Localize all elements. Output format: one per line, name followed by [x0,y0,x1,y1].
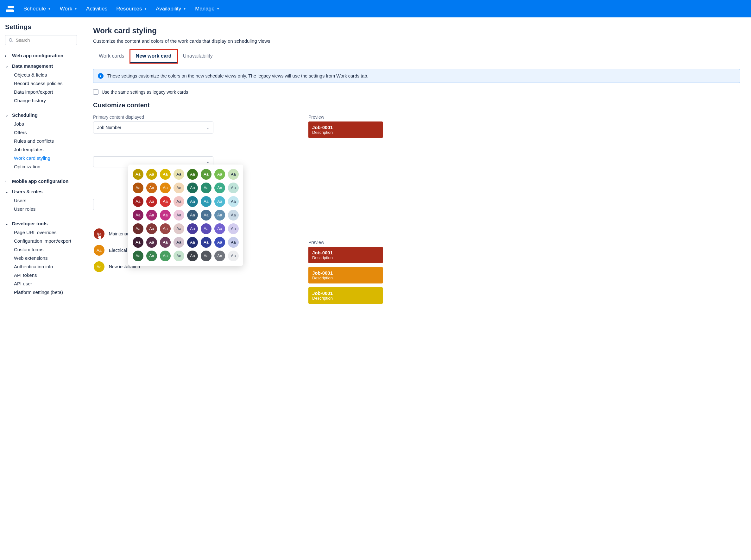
color-option[interactable]: Aa [173,210,184,221]
tab-unavailability[interactable]: Unavailability [177,50,218,63]
sidebar-item[interactable]: Authentication info [14,262,77,271]
color-option[interactable]: Aa [133,237,143,248]
select-primary-content[interactable]: Job Number ⌄ [93,121,213,134]
color-option[interactable]: Aa [228,183,239,193]
search-input[interactable] [5,35,77,45]
color-option[interactable]: Aa [173,223,184,234]
color-option[interactable]: Aa [214,169,225,180]
color-option[interactable]: Aa [173,237,184,248]
sidebar-item[interactable]: Objects & fields [14,71,77,79]
color-option[interactable]: Aa [133,196,143,207]
color-option[interactable]: Aa [187,223,198,234]
tab-work-cards[interactable]: Work cards [93,50,130,63]
color-option[interactable]: Aa [173,183,184,193]
color-option[interactable]: Aa [133,223,143,234]
color-option[interactable]: Aa [201,183,212,193]
sidebar-item[interactable]: User roles [14,205,77,213]
color-option[interactable]: Aa [146,183,157,193]
color-option[interactable]: Aa [133,251,143,261]
sidebar-item[interactable]: Jobs [14,120,77,128]
color-option[interactable]: Aa [228,169,239,180]
sidebar-item[interactable]: Offers [14,128,77,137]
color-option[interactable]: Aa [173,196,184,207]
color-option[interactable]: Aa [160,183,171,193]
color-option[interactable]: Aa [187,169,198,180]
color-option[interactable]: Aa [187,210,198,221]
color-option[interactable]: Aa [201,169,212,180]
color-option[interactable]: Aa [146,169,157,180]
sidebar-item[interactable]: API user [14,279,77,288]
color-option[interactable]: Aa [146,210,157,221]
color-option[interactable]: Aa [133,183,143,193]
sidebar-item[interactable]: Page URL overrides [14,228,77,237]
color-option[interactable]: Aa [214,210,225,221]
tab-new-work-card[interactable]: New work card [130,50,177,63]
nav-schedule[interactable]: Schedule▼ [23,6,51,12]
sidebar-item[interactable]: Custom forms [14,245,77,254]
sidebar-item[interactable]: Rules and conflicts [14,137,77,145]
color-option[interactable]: Aa [201,210,212,221]
sidebar-section[interactable]: ⌄Data management [5,61,77,71]
sidebar-item[interactable]: API tokens [14,271,77,279]
color-option[interactable]: Aa [187,196,198,207]
sidebar-item[interactable]: Optimization [14,162,77,171]
legacy-checkbox-row[interactable]: Use the same settings as legacy work car… [93,89,740,95]
sidebar-item[interactable]: Web extensions [14,254,77,262]
color-option[interactable]: Aa [201,251,212,261]
sidebar-section[interactable]: ⌄Scheduling [5,111,77,120]
color-option[interactable]: Aa [187,237,198,248]
search-field[interactable] [16,38,74,43]
color-swatch[interactable]: Aa👆 [94,228,104,239]
color-option[interactable]: Aa [160,237,171,248]
color-option[interactable]: Aa [201,223,212,234]
nav-activities[interactable]: Activities [86,6,107,12]
sidebar-section[interactable]: ›Web app configuration [5,51,77,60]
color-option[interactable]: Aa [146,251,157,261]
color-option[interactable]: Aa [133,169,143,180]
sidebar-item[interactable]: Users [14,196,77,205]
color-option[interactable]: Aa [146,237,157,248]
color-option[interactable]: Aa [160,210,171,221]
nav-work[interactable]: Work▼ [60,6,77,12]
color-option[interactable]: Aa [160,251,171,261]
sidebar-item[interactable]: Record access policies [14,79,77,88]
sidebar-section[interactable]: ⌄Developer tools [5,219,77,228]
color-option[interactable]: Aa [160,196,171,207]
sidebar-item[interactable]: Job templates [14,145,77,154]
color-option[interactable]: Aa [187,251,198,261]
color-option[interactable]: Aa [214,237,225,248]
sidebar-section[interactable]: ›Mobile app configuration [5,177,77,186]
color-swatch[interactable]: Aa [94,261,104,272]
sidebar-item[interactable]: Configuration import/export [14,237,77,245]
color-swatch[interactable]: Aa [94,245,104,256]
color-option[interactable]: Aa [160,223,171,234]
color-option[interactable]: Aa [160,169,171,180]
color-option[interactable]: Aa [187,183,198,193]
sidebar-item[interactable]: Data import/export [14,88,77,96]
color-option[interactable]: Aa [228,223,239,234]
color-option[interactable]: Aa [146,223,157,234]
color-option[interactable]: Aa [214,223,225,234]
color-option[interactable]: Aa [173,251,184,261]
sidebar-section[interactable]: ⌄Users & roles [5,187,77,196]
sidebar-item[interactable]: Platform settings (beta) [14,288,77,297]
checkbox[interactable] [93,89,98,95]
color-option[interactable]: Aa [214,183,225,193]
color-option[interactable]: Aa [228,251,239,261]
nav-resources[interactable]: Resources▼ [116,6,147,12]
color-option[interactable]: Aa [228,196,239,207]
nav-availability[interactable]: Availability▼ [156,6,186,12]
color-option[interactable]: Aa [173,169,184,180]
sidebar-item[interactable]: Change history [14,96,77,105]
sidebar-item[interactable]: Work card styling [14,154,77,162]
color-option[interactable]: Aa [228,210,239,221]
color-option[interactable]: Aa [201,237,212,248]
color-option[interactable]: Aa [228,237,239,248]
color-option[interactable]: Aa [133,210,143,221]
color-option[interactable]: Aa [214,196,225,207]
color-option[interactable]: Aa [214,251,225,261]
color-option[interactable]: Aa [146,196,157,207]
color-option[interactable]: Aa [201,196,212,207]
color-picker: AaAaAaAaAaAaAaAaAaAaAaAaAaAaAaAaAaAaAaAa… [128,164,243,266]
nav-manage[interactable]: Manage▼ [195,6,219,12]
